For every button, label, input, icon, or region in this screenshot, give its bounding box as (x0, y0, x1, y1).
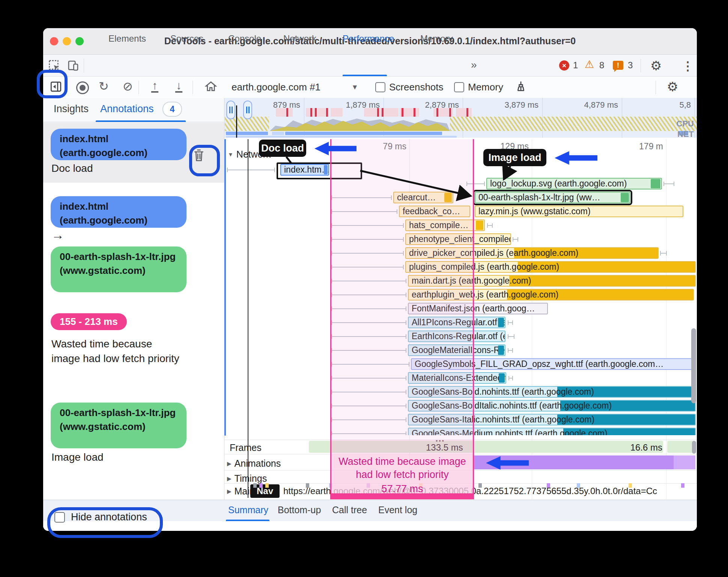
network-request-bar[interactable]: phenotype_client_compiled.j… (405, 233, 511, 245)
annotation-chip[interactable]: index.html (earth.google.com) (51, 129, 187, 160)
tab-memory[interactable]: Memory (420, 33, 453, 44)
timings-track-label[interactable]: ▶Timings (227, 473, 267, 484)
minimap-time-tick: 3,879 ms (478, 100, 538, 110)
frames-track-label[interactable]: Frames (230, 442, 262, 453)
kebab-menu-icon[interactable]: ⋮ (682, 59, 694, 73)
warning-count[interactable]: 8 (599, 60, 604, 71)
network-request-bar[interactable]: 00-earth-splash-1x-ltr.jpg (ww… (475, 192, 630, 203)
frame-duration: 16.6 ms (629, 442, 662, 453)
network-waterfall[interactable]: index.htm…logo_lockup.svg (earth.google.… (224, 138, 697, 435)
issues-badge-icon[interactable]: ! (613, 61, 623, 70)
image-load-annotation-chip[interactable]: Image load (483, 149, 546, 166)
long-task-tick (286, 108, 288, 117)
request-end-cap (476, 221, 483, 230)
request-label: drive_picker_compiled.js (earth.google.c… (409, 248, 578, 258)
network-request-bar[interactable]: drive_picker_compiled.js (earth.google.c… (405, 247, 659, 259)
divider (656, 81, 656, 94)
tab-summary[interactable]: Summary (228, 505, 268, 515)
settings-gear-icon[interactable]: ⚙ (650, 58, 662, 73)
frame-bar[interactable] (667, 441, 695, 453)
screenshots-checkbox[interactable] (375, 82, 385, 92)
tab-bottom-up[interactable]: Bottom-up (278, 505, 321, 515)
cpu-hatch-idle (450, 117, 697, 131)
doc-load-annotation-chip[interactable]: Doc load (259, 140, 306, 157)
divider (641, 59, 641, 72)
network-request-bar[interactable]: EarthIcons-Regular.otf (earth.… (408, 331, 505, 342)
window-right-handle[interactable] (243, 101, 252, 119)
annotation-label[interactable]: Doc load (51, 162, 93, 174)
tab-event-log[interactable]: Event log (378, 505, 417, 515)
network-request-bar[interactable]: GoogleSans-BoldItalic.nohints.ttf (earth… (408, 400, 696, 412)
network-request-bar[interactable]: plugins_compiled.js (earth.google.com) (405, 261, 696, 273)
error-badge-icon[interactable]: × (559, 60, 569, 71)
network-request-bar[interactable]: lazy.min.js (www.gstatic.com) (475, 206, 683, 217)
animation-bar[interactable] (674, 455, 695, 469)
warning-badge-icon[interactable]: ⚠ (585, 58, 594, 71)
network-request-bar[interactable]: FontManifest.json (earth.goog… (408, 303, 548, 314)
network-request-bar[interactable]: main.dart.js (earth.google.com) (408, 275, 696, 287)
error-count[interactable]: 1 (573, 60, 578, 71)
record-icon[interactable] (76, 81, 89, 94)
net-activity-bar (272, 132, 284, 135)
upload-profile-icon[interactable]: ↑ (151, 80, 158, 93)
tab-console[interactable]: Console (228, 33, 261, 44)
annotation-label[interactable]: Image load (51, 451, 104, 463)
reload-and-record-icon[interactable]: ↻ (99, 80, 109, 93)
network-request-bar[interactable]: clearcut… (393, 192, 453, 203)
main-track-marker (681, 483, 684, 488)
network-request-bar[interactable]: GoogleSans-Italic.nohints.ttf (earth.goo… (408, 414, 696, 425)
network-request-bar[interactable]: logo_lockup.svg (earth.google.com) (486, 178, 662, 189)
network-request-bar[interactable]: earthplugin_web.js (earth.google.com) (408, 289, 694, 301)
request-whisker (508, 350, 513, 351)
annotation-chip[interactable]: index.html (earth.google.com) (51, 196, 187, 228)
network-request-bar[interactable]: MaterialIcons-Extended.ttf (ea… (408, 372, 506, 384)
highlight-ring-delete-annotation (189, 145, 220, 176)
request-whisker (331, 267, 404, 267)
target-selector[interactable]: earth.google.com #1 (232, 81, 320, 93)
request-end-cap (444, 193, 452, 202)
request-label: GoogleSymbols_FILL_GRAD_opsz_wght.ttf (e… (415, 359, 664, 369)
collect-garbage-icon[interactable] (514, 80, 527, 94)
chevron-down-icon[interactable]: ▾ (353, 82, 357, 92)
frames-scrollbar[interactable] (692, 441, 696, 454)
window-left-handle[interactable] (226, 101, 235, 119)
tab-performance[interactable]: Performance (343, 33, 394, 44)
network-request-bar[interactable]: GoogleSans-Bold.nohints.ttf (earth.googl… (408, 386, 696, 398)
tab-sources[interactable]: Sources (170, 33, 203, 44)
network-request-bar[interactable]: GoogleSymbols_FILL_GRAD_opsz_wght.ttf (e… (411, 358, 696, 370)
request-whisker (508, 378, 513, 379)
animations-track-label[interactable]: ▶Animations (227, 458, 281, 469)
more-rows-ellipsis[interactable]: … (435, 433, 446, 444)
network-request-bar[interactable]: All1PIcons-Regular.otf (earth.… (408, 317, 505, 328)
network-request-bar[interactable]: GoogleMaterialIcons-Regular.… (408, 344, 505, 356)
annotation-chip[interactable]: 00-earth-splash-1x-ltr.jpg (www.gstatic.… (51, 246, 187, 292)
capture-settings-gear-icon[interactable]: ⚙ (667, 79, 678, 94)
memory-checkbox[interactable] (454, 82, 464, 92)
network-request-bar[interactable]: feedback_co… (399, 206, 470, 217)
wasted-time-text-line2: had low fetch priority (331, 469, 474, 481)
request-whisker (487, 225, 493, 226)
home-icon[interactable] (205, 80, 217, 94)
annotation-chip[interactable]: 00-earth-splash-1x-ltr.jpg (www.gstatic.… (51, 403, 187, 448)
network-request-bar[interactable]: index.htm… (280, 164, 329, 176)
divider (224, 454, 697, 454)
tab-call-tree[interactable]: Call tree (332, 505, 367, 515)
frame-bar[interactable] (309, 441, 663, 453)
track-focus-indicator (224, 139, 226, 436)
device-toolbar-icon[interactable] (67, 60, 79, 73)
time-range-badge[interactable]: 155 - 213 ms (51, 313, 127, 330)
clear-icon[interactable]: ⊘ (123, 80, 133, 93)
issues-count[interactable]: 3 (628, 60, 633, 71)
request-whisker (331, 350, 406, 351)
waterfall-scrollbar[interactable] (691, 328, 696, 403)
wasted-time-range-bar (331, 493, 474, 499)
tab-network[interactable]: Network (283, 33, 316, 44)
tab-annotations[interactable]: Annotations (100, 103, 154, 115)
tab-insights[interactable]: Insights (54, 103, 89, 115)
network-request-bar[interactable]: GoogleSans-Medium.nohints.ttf (earth.goo… (408, 428, 696, 435)
download-profile-icon[interactable]: ↓ (175, 80, 182, 93)
annotation-note-text[interactable]: Wasted time because image had low fetch … (51, 337, 183, 366)
request-label: GoogleMaterialIcons-Regular.… (412, 345, 505, 355)
more-tabs-icon[interactable]: » (471, 59, 477, 71)
tab-elements[interactable]: Elements (108, 33, 146, 44)
